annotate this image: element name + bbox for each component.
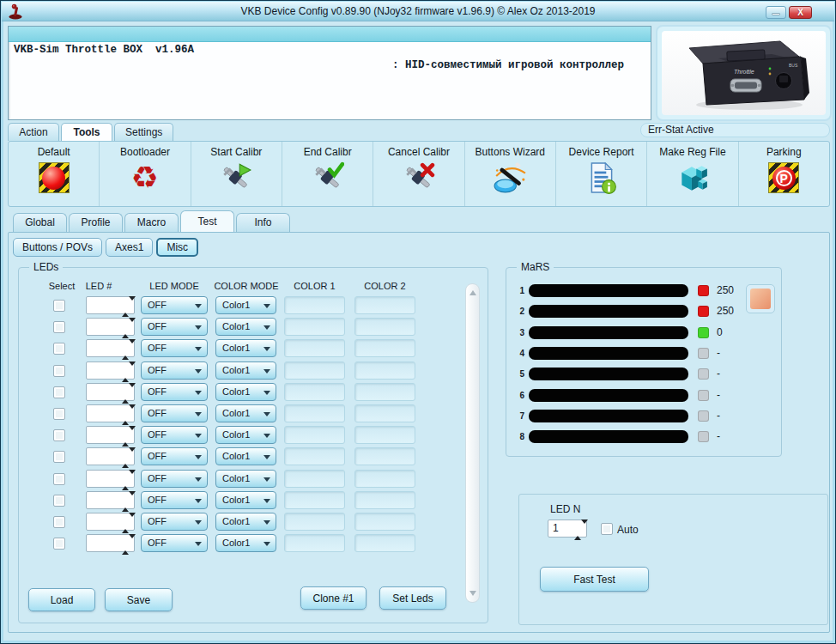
select-checkbox[interactable] — [53, 451, 65, 463]
color2-field[interactable] — [354, 491, 415, 509]
device-list[interactable]: VKB-Sim Throttle BOX v1.96A : HID-совмес… — [8, 26, 651, 120]
led-number-spinner[interactable] — [86, 491, 135, 509]
tab-global[interactable]: Global — [13, 213, 67, 232]
color2-field[interactable] — [354, 404, 415, 422]
toolbar-button-make-reg-file[interactable]: Make Reg File — [647, 142, 738, 206]
led-mode-dropdown[interactable]: OFF — [141, 383, 208, 401]
select-checkbox[interactable] — [53, 343, 65, 355]
color-mode-dropdown[interactable]: Color1 — [215, 470, 276, 488]
led-mode-dropdown[interactable]: OFF — [141, 404, 208, 422]
minimize-button[interactable] — [766, 6, 786, 19]
led-number-spinner[interactable] — [86, 513, 135, 531]
led-mode-dropdown[interactable]: OFF — [141, 339, 208, 357]
color-mode-dropdown[interactable]: Color1 — [215, 318, 276, 336]
menu-tab-settings[interactable]: Settings — [114, 123, 173, 141]
led-table-scrollbar[interactable] — [465, 283, 480, 603]
color2-field[interactable] — [354, 426, 415, 444]
select-checkbox[interactable] — [53, 321, 65, 333]
color1-field[interactable] — [284, 361, 345, 380]
color1-field[interactable] — [284, 426, 345, 444]
led-n-spinner[interactable]: 1 — [548, 519, 587, 538]
tab-test[interactable]: Test — [180, 210, 234, 232]
sub-tab-buttons-povs[interactable]: Buttons / POVs — [13, 238, 102, 257]
close-button[interactable]: X — [789, 6, 812, 19]
color2-field[interactable] — [354, 470, 415, 488]
color2-field[interactable] — [354, 339, 415, 357]
color-mode-dropdown[interactable]: Color1 — [215, 447, 276, 465]
tab-profile[interactable]: Profile — [69, 213, 123, 232]
menu-tab-tools[interactable]: Tools — [61, 123, 112, 141]
color1-field[interactable] — [284, 404, 345, 422]
led-mode-dropdown[interactable]: OFF — [141, 361, 208, 380]
color-mode-dropdown[interactable]: Color1 — [215, 491, 276, 509]
color1-field[interactable] — [284, 296, 345, 314]
toolbar-button-cancel-calibr[interactable]: Cancel Calibr — [373, 142, 464, 206]
clone-1-button[interactable]: Clone #1 — [300, 586, 367, 610]
led-number-spinner[interactable] — [86, 404, 135, 422]
tab-macro[interactable]: Macro — [124, 213, 179, 232]
tab-info[interactable]: Info — [236, 213, 290, 232]
led-mode-dropdown[interactable]: OFF — [141, 318, 208, 336]
led-number-spinner[interactable] — [86, 447, 135, 465]
fast-test-button[interactable]: Fast Test — [540, 567, 649, 592]
color-mode-dropdown[interactable]: Color1 — [215, 296, 276, 314]
color-mode-dropdown[interactable]: Color1 — [215, 426, 276, 444]
led-number-spinner[interactable] — [86, 361, 135, 380]
select-checkbox[interactable] — [53, 429, 65, 441]
select-checkbox[interactable] — [53, 300, 65, 312]
toolbar-button-default[interactable]: Default — [9, 142, 100, 206]
sub-tab-misc[interactable]: Misc — [156, 238, 198, 257]
auto-checkbox[interactable] — [601, 523, 613, 535]
toolbar-button-bootloader[interactable]: Bootloader ♻ — [100, 142, 191, 206]
led-number-spinner[interactable] — [86, 534, 135, 552]
toolbar-button-end-calibr[interactable]: End Calibr — [282, 142, 373, 206]
led-mode-dropdown[interactable]: OFF — [141, 513, 208, 531]
scroll-up-icon[interactable] — [469, 290, 476, 295]
set-leds-button[interactable]: Set Leds — [379, 586, 446, 610]
color-mode-dropdown[interactable]: Color1 — [215, 383, 276, 401]
select-checkbox[interactable] — [53, 473, 65, 485]
toolbar-button-start-calibr[interactable]: Start Calibr — [191, 142, 282, 206]
led-mode-dropdown[interactable]: OFF — [141, 491, 208, 509]
color1-field[interactable] — [284, 513, 345, 531]
led-number-spinner[interactable] — [86, 383, 135, 401]
color2-field[interactable] — [354, 447, 415, 465]
toolbar-button-device-report[interactable]: Device Report — [556, 142, 647, 206]
led-number-spinner[interactable] — [86, 296, 135, 314]
select-checkbox[interactable] — [53, 538, 65, 550]
save-button[interactable]: Save — [105, 588, 173, 611]
color2-field[interactable] — [354, 296, 415, 314]
mars-test-button[interactable] — [746, 284, 775, 313]
color-mode-dropdown[interactable]: Color1 — [215, 513, 276, 531]
scroll-down-icon[interactable] — [469, 591, 476, 596]
color2-field[interactable] — [354, 534, 415, 552]
sub-tab-axes1[interactable]: Axes1 — [106, 238, 153, 257]
led-mode-dropdown[interactable]: OFF — [141, 426, 208, 444]
select-checkbox[interactable] — [53, 365, 65, 377]
color1-field[interactable] — [284, 491, 345, 509]
led-mode-dropdown[interactable]: OFF — [141, 534, 208, 552]
load-button[interactable]: Load — [28, 588, 95, 611]
select-checkbox[interactable] — [53, 408, 65, 420]
color-mode-dropdown[interactable]: Color1 — [215, 534, 276, 552]
led-mode-dropdown[interactable]: OFF — [141, 296, 208, 314]
select-checkbox[interactable] — [53, 386, 65, 398]
led-number-spinner[interactable] — [86, 470, 135, 488]
color-mode-dropdown[interactable]: Color1 — [215, 404, 276, 422]
led-number-spinner[interactable] — [86, 318, 135, 336]
led-mode-dropdown[interactable]: OFF — [141, 447, 208, 465]
color2-field[interactable] — [354, 361, 415, 380]
led-number-spinner[interactable] — [86, 339, 135, 357]
toolbar-button-parking[interactable]: Parking P — [739, 142, 829, 206]
color1-field[interactable] — [284, 318, 345, 336]
color1-field[interactable] — [284, 339, 345, 357]
device-row-selected[interactable]: VKB-Sim Throttle BOX v1.96A : HID-совмес… — [9, 27, 651, 42]
color-mode-dropdown[interactable]: Color1 — [215, 361, 276, 380]
color2-field[interactable] — [354, 513, 415, 531]
led-number-spinner[interactable] — [86, 426, 135, 444]
select-checkbox[interactable] — [53, 495, 65, 507]
color1-field[interactable] — [284, 447, 345, 465]
menu-tab-action[interactable]: Action — [8, 123, 59, 141]
color2-field[interactable] — [354, 318, 415, 336]
select-checkbox[interactable] — [53, 516, 65, 528]
